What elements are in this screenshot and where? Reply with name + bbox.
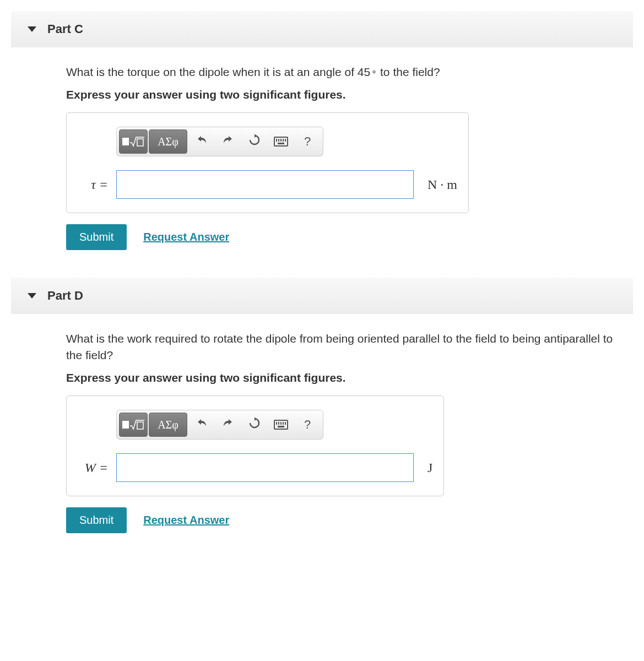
keyboard-button[interactable] xyxy=(268,413,294,437)
request-answer-link[interactable]: Request Answer xyxy=(143,231,229,243)
redo-icon xyxy=(221,133,235,150)
keyboard-button[interactable] xyxy=(268,129,294,154)
part-d-actions: Submit Request Answer xyxy=(66,507,616,533)
svg-rect-0 xyxy=(137,139,143,146)
unit-j-label: J xyxy=(427,460,432,475)
submit-button[interactable]: Submit xyxy=(66,507,127,533)
part-c-question: What is the torque on the dipole when it… xyxy=(66,64,616,80)
greek-symbols-button[interactable]: ΑΣφ xyxy=(149,129,187,154)
math-templates-button[interactable] xyxy=(119,413,148,437)
part-c-answer-box: ΑΣφ xyxy=(66,112,469,213)
caret-down-icon xyxy=(28,26,36,32)
math-templates-icon xyxy=(122,136,145,147)
part-c-instruction: Express your answer using two significan… xyxy=(66,88,616,101)
question-suffix: to the field? xyxy=(377,66,440,78)
part-c-input-row: τ = N · m xyxy=(78,170,457,199)
part-c-section: Part C What is the torque on the dipole … xyxy=(11,11,633,261)
part-c-body: What is the torque on the dipole when it… xyxy=(11,47,633,261)
root-icon xyxy=(129,136,145,147)
question-prefix: What is the torque on the dipole when it… xyxy=(66,66,370,78)
degree-symbol: ∘ xyxy=(371,67,377,77)
part-c-answer-input[interactable] xyxy=(116,170,414,199)
part-d-input-row: W = J xyxy=(78,453,432,482)
part-d-answer-input[interactable] xyxy=(116,453,414,482)
reset-button[interactable] xyxy=(241,129,268,154)
help-button[interactable]: ? xyxy=(294,413,321,437)
keyboard-icon xyxy=(274,137,288,147)
submit-button[interactable]: Submit xyxy=(66,224,127,250)
reset-icon xyxy=(248,133,261,150)
svg-rect-1 xyxy=(137,422,143,429)
reset-button[interactable] xyxy=(241,413,268,437)
redo-icon xyxy=(221,416,235,433)
part-d-question: What is the work required to rotate the … xyxy=(66,330,616,363)
part-c-actions: Submit Request Answer xyxy=(66,224,616,250)
undo-button[interactable] xyxy=(188,129,215,154)
part-c-header[interactable]: Part C xyxy=(11,11,633,47)
reset-icon xyxy=(248,416,261,433)
part-d-title: Part D xyxy=(47,289,83,303)
unit-nm-label: N · m xyxy=(427,177,457,192)
greek-symbols-button[interactable]: ΑΣφ xyxy=(149,413,187,437)
root-icon xyxy=(129,419,145,430)
math-templates-icon xyxy=(122,419,145,430)
variable-tau-label: τ = xyxy=(78,177,108,192)
keyboard-icon xyxy=(274,420,288,430)
undo-button[interactable] xyxy=(188,413,215,437)
caret-down-icon xyxy=(28,293,36,299)
redo-button[interactable] xyxy=(215,129,241,154)
redo-button[interactable] xyxy=(215,413,241,437)
variable-w-label: W = xyxy=(78,460,108,475)
part-c-title: Part C xyxy=(47,22,83,36)
equation-toolbar: ΑΣφ xyxy=(116,127,323,156)
part-d-answer-box: ΑΣφ xyxy=(66,395,444,496)
undo-icon xyxy=(195,416,208,433)
help-button[interactable]: ? xyxy=(294,129,321,154)
part-d-header[interactable]: Part D xyxy=(11,278,633,314)
part-d-instruction: Express your answer using two significan… xyxy=(66,371,616,384)
part-d-body: What is the work required to rotate the … xyxy=(11,314,633,544)
math-templates-button[interactable] xyxy=(119,129,148,154)
undo-icon xyxy=(195,133,208,150)
equation-toolbar: ΑΣφ xyxy=(116,410,323,440)
part-d-section: Part D What is the work required to rota… xyxy=(11,278,633,544)
request-answer-link[interactable]: Request Answer xyxy=(143,514,229,527)
